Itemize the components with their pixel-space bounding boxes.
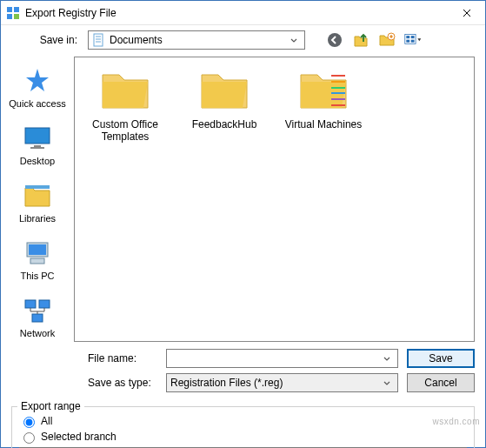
svg-rect-14 [406, 40, 409, 43]
radio-branch-input[interactable] [23, 432, 35, 444]
watermark: wsxdn.com [432, 417, 480, 426]
sidebar-label: Network [1, 328, 74, 338]
svg-rect-21 [29, 244, 46, 255]
saveastype-label: Save as type: [88, 377, 157, 389]
sidebar-item-network[interactable]: Network [1, 293, 74, 345]
body-area: Quick access Desktop Libraries This PC [1, 55, 485, 345]
svg-rect-25 [32, 314, 43, 322]
svg-rect-13 [411, 36, 415, 38]
savein-label: Save in: [36, 34, 83, 46]
savein-combo[interactable]: Documents [88, 30, 305, 50]
folder-label: Custom Office Templates [83, 118, 167, 144]
folder-virtual-machines[interactable]: Virtual Machines [282, 70, 365, 130]
desktop-icon [22, 124, 53, 152]
filename-label: File name: [88, 352, 157, 364]
regedit-icon [6, 6, 20, 20]
places-bar: Quick access Desktop Libraries This PC [1, 55, 74, 345]
svg-rect-16 [25, 128, 50, 144]
svg-rect-17 [34, 145, 41, 147]
savein-row: Save in: Documents [1, 25, 485, 55]
radio-all-label: All [41, 415, 52, 427]
svg-point-8 [328, 33, 342, 47]
sidebar-label: Libraries [1, 213, 74, 224]
saveastype-value: Registration Files (*.reg) [170, 377, 380, 389]
this-pc-icon [22, 239, 53, 267]
radio-all-input[interactable] [23, 417, 35, 428]
sidebar-item-quick-access[interactable]: Quick access [1, 64, 74, 116]
save-button[interactable]: Save [407, 349, 475, 368]
cancel-button[interactable]: Cancel [407, 373, 475, 392]
svg-rect-15 [411, 40, 415, 43]
svg-rect-12 [406, 36, 409, 38]
folder-icon [100, 70, 150, 111]
radio-all[interactable]: All [19, 414, 467, 428]
savein-value: Documents [110, 34, 287, 46]
saveastype-combo[interactable]: Registration Files (*.reg) [166, 373, 398, 392]
svg-rect-18 [30, 147, 44, 149]
documents-icon [92, 33, 106, 47]
sidebar-item-desktop[interactable]: Desktop [1, 121, 74, 173]
chevron-down-icon [380, 377, 394, 389]
up-one-level-button[interactable] [352, 31, 369, 49]
nav-toolbar [326, 31, 422, 49]
svg-rect-1 [14, 7, 19, 12]
folder-label: Virtual Machines [282, 118, 365, 130]
svg-rect-3 [14, 14, 19, 19]
network-icon [22, 297, 53, 324]
sidebar-label: Quick access [1, 98, 74, 109]
sidebar-label: This PC [1, 271, 74, 281]
folder-feedbackhub[interactable]: FeedbackHub [183, 70, 266, 130]
svg-rect-24 [39, 300, 50, 308]
svg-point-10 [390, 36, 392, 37]
svg-rect-4 [94, 34, 103, 46]
chevron-down-icon [287, 34, 301, 46]
sidebar-item-libraries[interactable]: Libraries [1, 178, 74, 231]
view-menu-button[interactable] [404, 31, 422, 49]
svg-rect-19 [25, 185, 50, 189]
radio-selected-branch[interactable]: Selected branch [19, 430, 467, 444]
filename-combo[interactable] [166, 349, 398, 368]
dialog-window: Export Registry File Save in: Documents [0, 0, 486, 448]
vm-overlay-icon [331, 73, 345, 108]
folder-icon [199, 70, 250, 111]
titlebar: Export Registry File [1, 1, 485, 25]
file-list-pane[interactable]: Custom Office Templates FeedbackHub Virt… [74, 57, 475, 342]
back-button[interactable] [326, 31, 343, 49]
chevron-down-icon [380, 352, 394, 364]
sidebar-item-this-pc[interactable]: This PC [1, 236, 74, 288]
close-button[interactable] [449, 1, 485, 25]
export-range-group: Export range All Selected branch HKEY_LO… [11, 406, 475, 448]
bottom-rows: File name: Save Save as type: Registrati… [1, 345, 485, 405]
folder-label: FeedbackHub [183, 118, 266, 130]
svg-rect-23 [25, 300, 36, 308]
radio-branch-label: Selected branch [41, 431, 117, 443]
folder-custom-office-templates[interactable]: Custom Office Templates [83, 70, 167, 144]
window-title: Export Registry File [25, 7, 449, 19]
svg-rect-22 [30, 258, 44, 264]
quick-access-icon [22, 67, 53, 95]
export-range-legend: Export range [17, 400, 84, 412]
sidebar-label: Desktop [1, 156, 74, 166]
new-folder-button[interactable] [378, 31, 396, 49]
libraries-icon [22, 182, 53, 210]
svg-rect-0 [7, 7, 12, 12]
folder-icon [298, 70, 349, 111]
svg-rect-2 [7, 14, 12, 19]
